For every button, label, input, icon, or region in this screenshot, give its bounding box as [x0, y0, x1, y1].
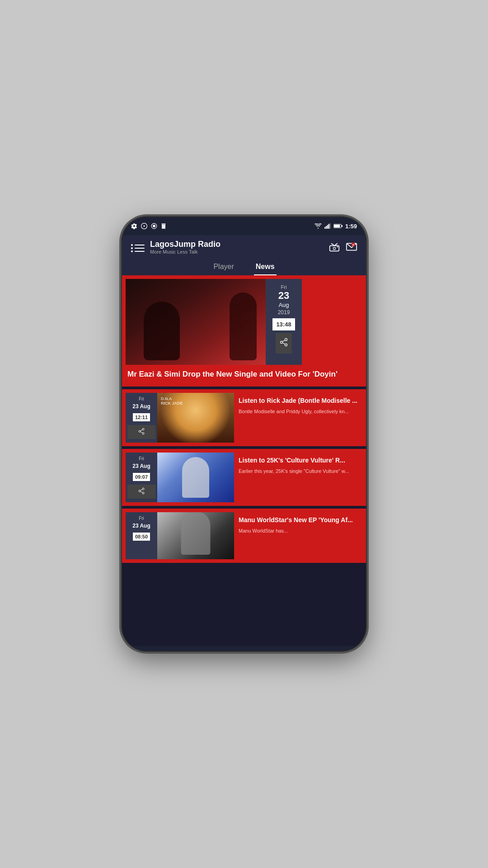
svg-point-26: [285, 344, 287, 346]
app-header: LagosJump Radio More Music Less Talk: [122, 235, 366, 255]
featured-title: Mr Eazi & Simi Drop the New Single and V…: [126, 365, 362, 383]
svg-rect-11: [328, 224, 329, 229]
svg-rect-6: [163, 223, 164, 226]
svg-rect-7: [164, 223, 165, 225]
news-item-thumbnail: [157, 512, 234, 559]
svg-rect-8: [324, 227, 325, 229]
tab-news[interactable]: News: [254, 259, 277, 275]
svg-point-29: [142, 428, 144, 430]
featured-share-button[interactable]: [276, 333, 292, 354]
play-icon: [141, 223, 147, 229]
svg-point-3: [153, 225, 155, 227]
news-content[interactable]: Fri 23 Aug 2019 13:48: [122, 275, 366, 646]
news-item-date-left: Fri 23 Aug 09:07: [126, 453, 157, 502]
status-bar: 1:59: [122, 217, 366, 235]
settings-icon: [131, 223, 137, 229]
svg-point-36: [142, 492, 144, 494]
phone-frame: 1:59: [122, 217, 366, 651]
news-item-time: 09:07: [133, 473, 150, 481]
news-item-share-button[interactable]: [127, 425, 155, 439]
svg-marker-1: [144, 225, 145, 227]
svg-line-28: [282, 340, 285, 341]
news-item-date-left: Fri 23 Aug 08:50: [126, 512, 157, 559]
header-actions: ✦: [329, 240, 357, 252]
svg-rect-12: [330, 223, 331, 229]
svg-rect-15: [342, 225, 343, 227]
status-icons-left: [131, 223, 166, 229]
featured-date-panel: Fri 23 Aug 2019 13:48: [266, 279, 302, 365]
news-item-thumbnail: D.N.ARICK JADE: [157, 393, 234, 443]
svg-line-27: [282, 343, 285, 344]
featured-article[interactable]: Fri 23 Aug 2019 13:48: [122, 275, 366, 387]
dot-icon: [151, 223, 157, 229]
news-item[interactable]: Fri 23 Aug 09:07: [122, 449, 366, 506]
news-item-time: 08:50: [133, 533, 150, 541]
svg-point-34: [142, 488, 144, 490]
featured-image-container: Fri 23 Aug 2019 13:48: [126, 279, 362, 365]
svg-rect-10: [327, 225, 328, 229]
svg-line-32: [141, 432, 143, 433]
news-item-share-button[interactable]: [127, 485, 155, 499]
battery-icon: [333, 223, 343, 229]
status-time: 1:59: [345, 223, 357, 230]
status-icons-right: 1:59: [314, 223, 357, 230]
svg-point-24: [285, 339, 287, 341]
svg-line-37: [141, 491, 143, 493]
svg-point-30: [139, 430, 141, 432]
svg-line-38: [141, 489, 143, 491]
header-title: LagosJump Radio More Music Less Talk: [150, 240, 221, 255]
news-item-content: Listen to Rick Jade (Bontle Modiselle ..…: [234, 393, 362, 443]
news-item[interactable]: Fri 23 Aug 08:50 Manu WorldStar's New EP…: [122, 509, 366, 563]
svg-text:✦: ✦: [352, 244, 354, 246]
svg-point-17: [333, 247, 335, 250]
sdcard-icon: [161, 223, 166, 229]
featured-time: 13:48: [272, 318, 295, 330]
email-icon[interactable]: ✦: [346, 241, 357, 252]
svg-rect-14: [334, 225, 340, 227]
svg-rect-9: [326, 226, 327, 229]
svg-rect-5: [162, 223, 163, 226]
wifi-icon: [314, 223, 322, 229]
radio-icon[interactable]: [329, 241, 340, 252]
news-item-time: 12:11: [133, 413, 150, 421]
svg-point-18: [337, 246, 338, 248]
svg-point-35: [139, 490, 141, 492]
svg-point-25: [281, 341, 283, 344]
svg-line-33: [141, 429, 143, 431]
tab-player[interactable]: Player: [211, 259, 235, 275]
news-item-thumbnail: [157, 453, 234, 502]
news-item-content: Manu WorldStar's New EP 'Young Af... Man…: [234, 512, 362, 559]
featured-image: [126, 279, 266, 365]
svg-point-31: [142, 433, 144, 434]
news-item[interactable]: Fri 23 Aug 12:11: [122, 389, 366, 446]
news-item-date-left: Fri 23 Aug 12:11: [126, 393, 157, 443]
news-item-content: Listen to 25K's 'Culture Vulture' R... E…: [234, 453, 362, 502]
phone-screen: 1:59: [122, 217, 366, 651]
signal-icon: [324, 223, 331, 229]
header-left: LagosJump Radio More Music Less Talk: [131, 240, 221, 255]
menu-button[interactable]: [131, 242, 145, 252]
tabs: Player News: [122, 255, 366, 275]
